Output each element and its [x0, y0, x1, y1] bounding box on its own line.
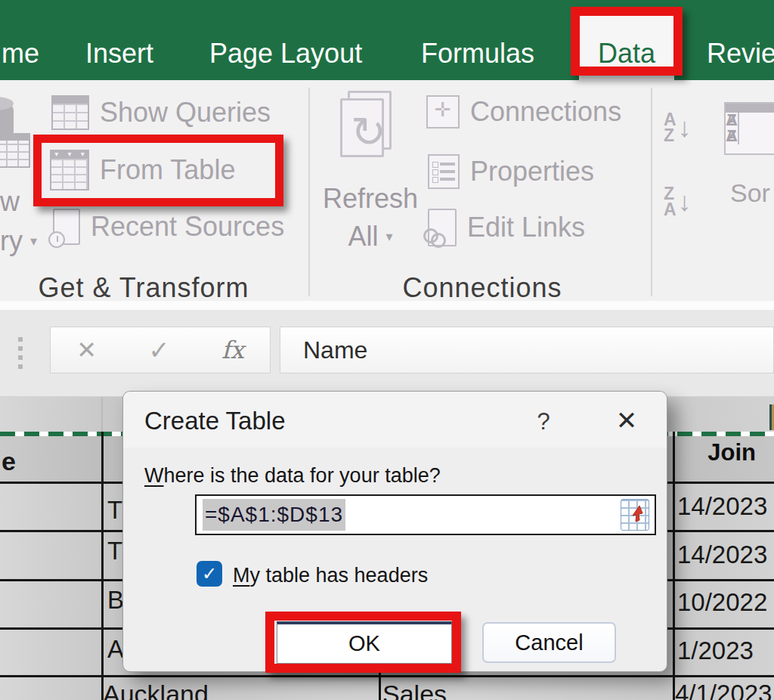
group-divider: [308, 88, 310, 296]
group-divider: [651, 88, 652, 296]
enter-entry-icon[interactable]: ✓: [148, 335, 170, 365]
cell: T: [107, 496, 122, 525]
properties-label: Properties: [470, 156, 594, 187]
table-border-vertical: [101, 432, 104, 700]
sort-za-letter-a: A: [664, 202, 676, 218]
tab-insert[interactable]: Insert: [85, 38, 153, 70]
sort-dialog-icon[interactable]: Z A A Z: [724, 102, 774, 155]
new-query-table-icon: [0, 139, 30, 168]
edit-links-label: Edit Links: [467, 212, 585, 243]
cell: A: [107, 635, 124, 664]
tab-data-label: Data: [579, 38, 674, 70]
checkmark-icon: ✓: [202, 563, 217, 584]
tab-review-partial[interactable]: Revie: [707, 38, 774, 70]
refresh-all-label2: All: [348, 221, 378, 252]
gridline: [101, 397, 103, 432]
sort-ascending-button[interactable]: A Z ↓: [664, 112, 692, 144]
from-table-button[interactable]: ▾ ▾ ▾ From Table: [50, 150, 235, 190]
table-border-horizontal: [0, 675, 774, 677]
collapse-dialog-range-picker-icon[interactable]: [621, 499, 649, 531]
filter-icon: ▾: [67, 150, 71, 158]
from-table-label: From Table: [100, 154, 235, 186]
tab-formulas[interactable]: Formulas: [421, 38, 534, 70]
sort-descending-button[interactable]: Z A ↓: [664, 186, 692, 218]
recent-sources-label: Recent Sources: [91, 211, 284, 243]
show-queries-icon: [51, 95, 89, 130]
connections-label: Connections: [470, 96, 621, 128]
help-button[interactable]: ?: [527, 408, 560, 435]
new-query-label-partial: w: [0, 186, 20, 218]
from-table-icon: ▾ ▾ ▾: [50, 150, 89, 190]
table-range-value: =$A$1:$D$13: [203, 499, 345, 531]
cell: 4/1/2023: [675, 680, 772, 700]
ribbon-tab-bar: me Insert Page Layout Formulas Data Revi…: [0, 0, 774, 80]
cell: B: [107, 586, 124, 615]
recent-sources-icon: [53, 209, 80, 245]
new-query-dropdown-partial[interactable]: ry ▾: [0, 225, 37, 257]
cell: 14/2023: [677, 492, 767, 521]
table-border-vertical: [673, 432, 675, 700]
ok-button[interactable]: OK: [277, 621, 452, 664]
header-cell-join: Join: [675, 439, 765, 466]
edit-links-icon: [428, 209, 457, 246]
partial-text-edge: [769, 404, 774, 430]
header-cell-partial: e: [2, 447, 16, 476]
filter-icon: ▾: [54, 150, 58, 158]
properties-icon: [428, 154, 460, 189]
group-label-get-transform: Get & Transform: [11, 272, 276, 301]
cell: 1/2023: [677, 637, 754, 665]
dialog-prompt: Where is the data for your table?: [144, 464, 441, 488]
dialog-title: Create Table: [144, 407, 286, 435]
chevron-down-icon: ▾: [385, 228, 392, 245]
new-query-button-partial[interactable]: w: [0, 186, 20, 218]
table-range-input[interactable]: =$A$1:$D$13: [195, 494, 656, 535]
sort-label-partial: Sor: [730, 178, 770, 208]
recent-sources-button[interactable]: Recent Sources: [53, 209, 284, 245]
close-icon[interactable]: ✕: [607, 405, 646, 435]
edit-links-button[interactable]: Edit Links: [428, 209, 585, 246]
formula-bar-region: ✕ ✓ fx Name: [0, 301, 774, 397]
formula-bar-input[interactable]: Name: [280, 327, 774, 373]
cell: Sales: [382, 680, 447, 700]
chevron-down-icon: ▾: [30, 233, 37, 249]
arrow-down-icon: ↓: [678, 114, 692, 141]
properties-button[interactable]: Properties: [428, 154, 594, 189]
tab-page-layout[interactable]: Page Layout: [209, 38, 362, 70]
refresh-all-button[interactable]: Refresh: [317, 183, 423, 215]
connections-icon: ✛: [426, 95, 460, 129]
excel-window: me Insert Page Layout Formulas Data Revi…: [0, 0, 774, 700]
new-query-label2-partial: ry: [0, 225, 23, 257]
formula-bar-value: Name: [303, 336, 367, 364]
prompt-accelerator: W: [144, 464, 163, 487]
cancel-entry-icon[interactable]: ✕: [76, 336, 97, 364]
create-table-dialog: Create Table ? ✕ Where is the data for y…: [122, 391, 667, 672]
show-queries-label: Show Queries: [100, 97, 271, 129]
cancel-button[interactable]: Cancel: [482, 622, 616, 663]
checkbox-label[interactable]: My table has headers: [233, 564, 428, 587]
insert-function-icon[interactable]: fx: [221, 336, 244, 364]
connections-button[interactable]: ✛ Connections: [426, 95, 621, 129]
checkbox-accelerator: M: [233, 564, 250, 587]
prompt-text: here is the data for your table?: [163, 464, 440, 487]
formula-bar-drag-handle[interactable]: [18, 337, 23, 369]
cell: Auckland: [103, 680, 209, 700]
cell: 10/2022: [677, 588, 767, 617]
formula-bar-buttons: ✕ ✓ fx: [50, 327, 271, 373]
cell: 14/2023: [677, 540, 767, 569]
refresh-all-label1: Refresh: [323, 183, 418, 215]
tab-home-partial[interactable]: me: [2, 38, 39, 70]
tab-data[interactable]: Data: [579, 11, 674, 80]
cancel-button-label: Cancel: [515, 630, 583, 655]
group-label-connections: Connections: [399, 272, 565, 301]
filter-icon: ▾: [81, 150, 85, 158]
sort-button-partial[interactable]: Sor: [730, 178, 770, 208]
sort-az-letter-z: Z: [664, 128, 676, 144]
my-table-has-headers-checkbox[interactable]: ✓: [197, 561, 222, 587]
show-queries-button[interactable]: Show Queries: [51, 95, 271, 130]
cell: T: [107, 537, 122, 565]
ok-button-label: OK: [348, 631, 380, 656]
arrow-down-icon: ↓: [678, 188, 692, 215]
refresh-all-dropdown[interactable]: All ▾: [317, 221, 423, 252]
ribbon: w ry ▾ Show Queries ▾ ▾ ▾ From Table: [0, 80, 774, 301]
checkbox-text: y table has headers: [250, 564, 429, 587]
